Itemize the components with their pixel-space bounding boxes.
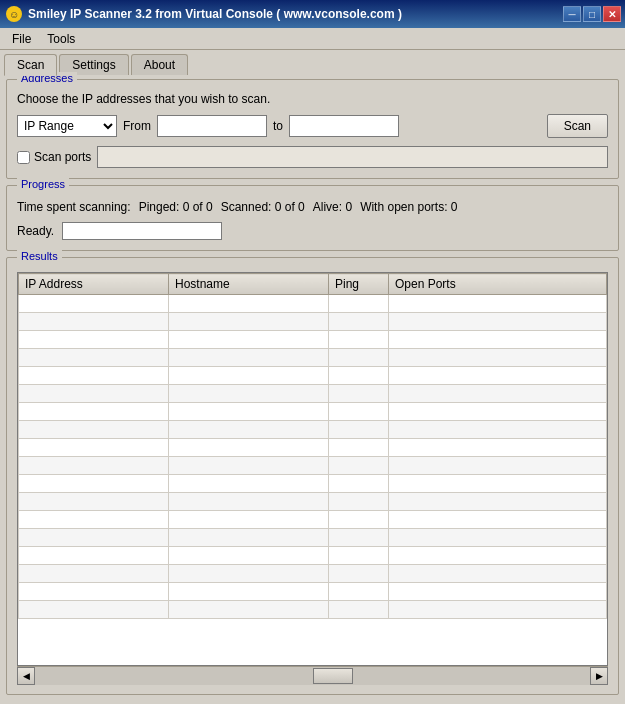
scroll-thumb[interactable] bbox=[313, 668, 353, 684]
maximize-button[interactable]: □ bbox=[583, 6, 601, 22]
table-row bbox=[19, 295, 607, 313]
results-table: IP Address Hostname Ping Open Ports bbox=[18, 273, 607, 619]
addresses-description: Choose the IP addresses that you wish to… bbox=[17, 92, 608, 106]
table-cell bbox=[169, 421, 329, 439]
table-row bbox=[19, 367, 607, 385]
table-cell bbox=[389, 457, 607, 475]
horizontal-scrollbar[interactable]: ◀ ▶ bbox=[17, 666, 608, 684]
menu-bar: File Tools bbox=[0, 28, 625, 50]
table-cell bbox=[329, 601, 389, 619]
table-cell bbox=[329, 547, 389, 565]
scroll-left-button[interactable]: ◀ bbox=[17, 667, 35, 685]
table-cell bbox=[169, 547, 329, 565]
table-header-row: IP Address Hostname Ping Open Ports bbox=[19, 274, 607, 295]
table-cell bbox=[329, 565, 389, 583]
table-cell bbox=[169, 331, 329, 349]
table-cell bbox=[329, 421, 389, 439]
table-cell bbox=[19, 529, 169, 547]
table-cell bbox=[19, 457, 169, 475]
open-ports-label: With open ports: 0 bbox=[360, 200, 457, 214]
window-controls: ─ □ ✕ bbox=[563, 6, 621, 22]
table-cell bbox=[389, 547, 607, 565]
table-cell bbox=[19, 439, 169, 457]
table-cell bbox=[329, 439, 389, 457]
tab-scan[interactable]: Scan bbox=[4, 54, 57, 76]
table-cell bbox=[169, 457, 329, 475]
alive-label: Alive: 0 bbox=[313, 200, 352, 214]
table-cell bbox=[389, 331, 607, 349]
scanned-label: Scanned: 0 of 0 bbox=[221, 200, 305, 214]
table-cell bbox=[19, 367, 169, 385]
table-cell bbox=[169, 439, 329, 457]
ready-label: Ready. bbox=[17, 224, 54, 238]
table-cell bbox=[169, 493, 329, 511]
scan-ports-checkbox[interactable] bbox=[17, 151, 30, 164]
window-title: Smiley IP Scanner 3.2 from Virtual Conso… bbox=[28, 7, 402, 21]
scan-button[interactable]: Scan bbox=[547, 114, 608, 138]
table-row bbox=[19, 529, 607, 547]
scroll-right-button[interactable]: ▶ bbox=[590, 667, 608, 685]
table-cell bbox=[389, 439, 607, 457]
table-row bbox=[19, 511, 607, 529]
table-cell bbox=[19, 583, 169, 601]
table-cell bbox=[329, 475, 389, 493]
to-ip-input[interactable] bbox=[289, 115, 399, 137]
ports-input[interactable] bbox=[97, 146, 608, 168]
table-cell bbox=[389, 565, 607, 583]
table-cell bbox=[329, 367, 389, 385]
scan-range-row: IP Range Single IP My Network From to Sc… bbox=[17, 114, 608, 138]
table-cell bbox=[169, 367, 329, 385]
table-cell bbox=[389, 349, 607, 367]
table-cell bbox=[169, 511, 329, 529]
table-cell bbox=[169, 565, 329, 583]
table-cell bbox=[19, 295, 169, 313]
from-ip-input[interactable] bbox=[157, 115, 267, 137]
table-cell bbox=[169, 313, 329, 331]
ip-range-select[interactable]: IP Range Single IP My Network bbox=[17, 115, 117, 137]
title-bar: ☺ Smiley IP Scanner 3.2 from Virtual Con… bbox=[0, 0, 625, 28]
scroll-track[interactable] bbox=[35, 667, 590, 685]
table-cell bbox=[169, 295, 329, 313]
tab-about[interactable]: About bbox=[131, 54, 188, 75]
table-row bbox=[19, 439, 607, 457]
to-label: to bbox=[273, 119, 283, 133]
tab-bar: Scan Settings About bbox=[0, 50, 625, 75]
table-cell bbox=[329, 313, 389, 331]
menu-item-tools[interactable]: Tools bbox=[39, 30, 83, 48]
table-row bbox=[19, 583, 607, 601]
table-row bbox=[19, 565, 607, 583]
table-cell bbox=[389, 529, 607, 547]
table-cell bbox=[329, 457, 389, 475]
minimize-button[interactable]: ─ bbox=[563, 6, 581, 22]
table-cell bbox=[169, 529, 329, 547]
table-cell bbox=[329, 529, 389, 547]
col-ping: Ping bbox=[329, 274, 389, 295]
table-cell bbox=[19, 547, 169, 565]
table-cell bbox=[169, 583, 329, 601]
table-row bbox=[19, 313, 607, 331]
results-panel-title: Results bbox=[17, 250, 62, 262]
table-row bbox=[19, 475, 607, 493]
table-cell bbox=[329, 295, 389, 313]
table-cell bbox=[19, 601, 169, 619]
table-cell bbox=[389, 583, 607, 601]
table-cell bbox=[19, 493, 169, 511]
table-cell bbox=[169, 475, 329, 493]
table-cell bbox=[329, 583, 389, 601]
table-cell bbox=[169, 385, 329, 403]
table-cell bbox=[19, 331, 169, 349]
close-button[interactable]: ✕ bbox=[603, 6, 621, 22]
table-cell bbox=[169, 601, 329, 619]
table-cell bbox=[389, 385, 607, 403]
table-cell bbox=[389, 511, 607, 529]
ready-row: Ready. bbox=[17, 222, 608, 240]
table-cell bbox=[389, 475, 607, 493]
menu-item-file[interactable]: File bbox=[4, 30, 39, 48]
results-table-container: IP Address Hostname Ping Open Ports bbox=[17, 272, 608, 666]
scan-ports-label: Scan ports bbox=[34, 150, 91, 164]
app-icon: ☺ bbox=[6, 6, 22, 22]
table-row bbox=[19, 385, 607, 403]
pinged-label: Pinged: 0 of 0 bbox=[139, 200, 213, 214]
table-row bbox=[19, 349, 607, 367]
table-cell bbox=[329, 403, 389, 421]
